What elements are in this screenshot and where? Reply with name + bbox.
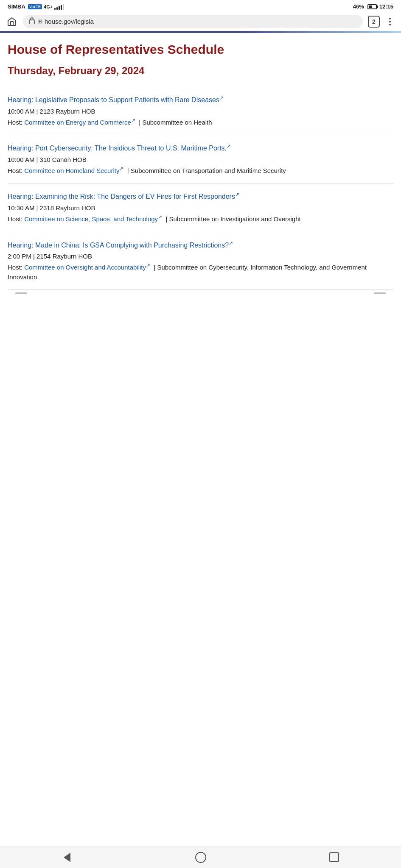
event-title-3[interactable]: Hearing: Examining the Risk: The Dangers… [8, 191, 393, 202]
scroll-indicator [8, 290, 393, 297]
event-item-1: Hearing: Legislative Proposals to Suppor… [8, 87, 393, 135]
external-link-icon-3: ↗ [235, 192, 239, 198]
browser-menu-button[interactable] [385, 16, 395, 28]
committee-link-4[interactable]: Committee on Oversight and Accountabilit… [24, 264, 150, 271]
event-host-4: Host: Committee on Oversight and Account… [8, 262, 393, 282]
event-item-2: Hearing: Port Cybersecurity: The Insidio… [8, 135, 393, 184]
event-time-location-3: 10:30 AM | 2318 Rayburn HOB [8, 204, 393, 211]
time-display: 12:15 [379, 3, 393, 10]
address-bar[interactable]: ⊞ house.gov/legisla [23, 15, 363, 28]
event-item-4: Hearing: Made in China: Is GSA Complying… [8, 232, 393, 290]
browser-bar: ⊞ house.gov/legisla 2 [0, 11, 401, 31]
committee-link-3[interactable]: Committee on Science, Space, and Technol… [24, 215, 162, 223]
volte-badge: VoLTE [28, 4, 42, 9]
page-content: House of Representatives Schedule Thursd… [0, 33, 401, 331]
event-host-2: Host: Committee on Homeland Security↗ | … [8, 165, 393, 176]
event-time-location-1: 10:00 AM | 2123 Rayburn HOB [8, 108, 393, 115]
event-title-4[interactable]: Hearing: Made in China: Is GSA Complying… [8, 240, 393, 250]
event-host-1: Host: Committee on Energy and Commerce↗ … [8, 117, 393, 128]
tab-icon: ⊞ [37, 18, 42, 25]
carrier-name: SIMBA [8, 3, 25, 10]
page-title: House of Representatives Schedule [8, 42, 393, 57]
committee-link-1[interactable]: Committee on Energy and Commerce↗ [24, 119, 135, 126]
committee-ext-icon-1: ↗ [131, 117, 135, 123]
external-link-icon-1: ↗ [219, 95, 224, 101]
scroll-dot-right [374, 292, 386, 294]
battery-icon [367, 4, 377, 9]
external-link-icon-2: ↗ [227, 143, 231, 149]
network-type: 4G+ [44, 4, 53, 9]
committee-ext-icon-3: ↗ [158, 214, 162, 220]
status-left: SIMBA VoLTE 4G+ [8, 3, 64, 10]
status-right: 46% 12:15 [353, 3, 393, 10]
home-button[interactable] [6, 16, 18, 28]
committee-ext-icon-2: ↗ [119, 166, 123, 172]
url-text[interactable]: house.gov/legisla [45, 18, 94, 25]
event-item-3: Hearing: Examining the Risk: The Dangers… [8, 184, 393, 232]
event-host-3: Host: Committee on Science, Space, and T… [8, 213, 393, 224]
committee-ext-icon-4: ↗ [146, 262, 150, 268]
event-title-1[interactable]: Hearing: Legislative Proposals to Suppor… [8, 95, 393, 105]
page-date: Thursday, February 29, 2024 [8, 65, 393, 77]
event-title-2[interactable]: Hearing: Port Cybersecurity: The Insidio… [8, 143, 393, 153]
external-link-icon-4: ↗ [229, 240, 233, 246]
event-time-location-4: 2:00 PM | 2154 Rayburn HOB [8, 253, 393, 260]
signal-bars [54, 4, 64, 10]
battery-percent: 46% [353, 3, 364, 10]
scroll-dot-left [15, 292, 27, 294]
committee-link-2[interactable]: Committee on Homeland Security↗ [24, 167, 123, 174]
status-bar: SIMBA VoLTE 4G+ 46% 12:15 [0, 0, 401, 11]
event-time-location-2: 10:00 AM | 310 Canon HOB [8, 156, 393, 163]
tab-count[interactable]: 2 [368, 16, 380, 28]
security-icon [29, 17, 35, 25]
svg-rect-0 [29, 20, 34, 24]
